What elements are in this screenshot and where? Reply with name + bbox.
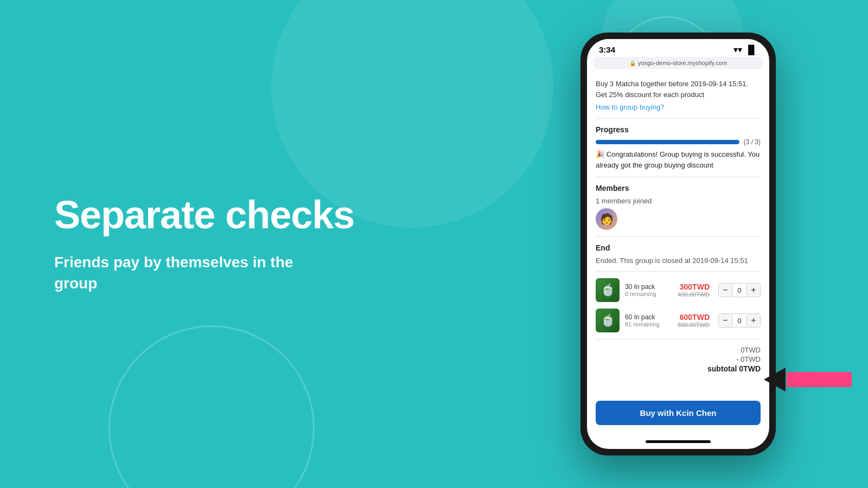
progress-title: Progress [596,125,761,134]
divider-1 [596,118,761,119]
left-content: Separate checks Friends pay by themselve… [54,194,354,294]
url-bar: 🔒 yosgo-demo-store.myshopify.com [593,57,763,69]
members-title: Members [596,184,761,192]
promo-link[interactable]: How to group buying? [596,103,664,111]
phone-screen: 3:34 ▾▾ ▐▌ 🔒 yosgo-demo-store.myshopify.… [587,39,769,449]
total-discount: - 0TWD [596,355,761,363]
bg-circle-2 [108,325,315,488]
qty-increase-2[interactable]: + [747,314,760,327]
product-price-block-1: 300TWD 400.00TWD [678,282,710,298]
content-area[interactable]: Buy 3 Matcha together before 2019-09-14 … [587,72,769,401]
progress-label: (3 / 3) [744,138,761,146]
main-title: Separate checks [54,194,354,236]
members-count: 1 members joined [596,197,761,205]
totals: 0TWD - 0TWD subtotal 0TWD [596,346,761,373]
end-title: End [596,243,761,252]
divider-3 [596,236,761,237]
product-remaining-1: 0 remaining [625,291,672,297]
total-subtotal: subtotal 0TWD [596,364,761,373]
qty-increase-1[interactable]: + [747,284,760,297]
price-original-2: 800.00TWD [678,322,710,328]
divider-5 [596,339,761,339]
qty-decrease-1[interactable]: − [719,284,732,297]
member-avatar: 🧑 [596,208,617,230]
qty-decrease-2[interactable]: − [719,314,732,327]
divider-4 [596,271,761,272]
progress-bar-container: (3 / 3) [596,138,761,146]
battery-icon: ▐▌ [745,45,757,55]
phone: 3:34 ▾▾ ▐▌ 🔒 yosgo-demo-store.myshopify.… [580,33,776,455]
phone-wrapper: 3:34 ▾▾ ▐▌ 🔒 yosgo-demo-store.myshopify.… [580,11,776,477]
progress-fill [596,140,739,144]
total-line: 0TWD [596,346,761,354]
qty-control-2[interactable]: − 0 + [718,313,761,328]
product-name-2: 60 In pack [625,313,672,321]
sub-title: Friends pay by themselves in the group [54,252,336,294]
product-thumb-1: 🍵 [596,278,620,302]
home-indicator [646,440,711,443]
divider-2 [596,177,761,177]
end-text: Ended. This group is closed at 2019-09-1… [596,256,761,265]
arrow-shaft [787,372,852,387]
price-current-1: 300TWD [678,282,710,291]
product-remaining-2: 81 remaining [625,321,672,328]
success-emoji: 🎉 [596,150,604,158]
url-text: yosgo-demo-store.myshopify.com [638,60,727,66]
lock-icon: 🔒 [629,60,636,66]
status-bar: 3:34 ▾▾ ▐▌ [587,39,769,57]
wifi-icon: ▾▾ [733,44,742,55]
progress-track [596,140,739,144]
success-msg: 🎉 Congratulations! Group buying is succe… [596,149,761,170]
product-thumb-2: 🍵 [596,309,620,332]
arrow-annotation [765,368,852,391]
avatar-emoji: 🧑 [600,213,614,226]
price-current-2: 600TWD [678,313,710,322]
qty-value-1: 0 [732,285,747,296]
product-name-1: 30 In pack [625,283,672,291]
product-row-2: 🍵 60 In pack 81 remaining 600TWD 800.00T… [596,309,761,332]
success-text: Congratulations! Group buying is success… [596,150,760,169]
qty-value-2: 0 [732,316,747,326]
product-info-2: 60 In pack 81 remaining [625,313,672,328]
status-time: 3:34 [599,45,615,54]
status-icons: ▾▾ ▐▌ [733,44,757,55]
arrow-head [764,368,786,391]
qty-control-1[interactable]: − 0 + [718,283,761,297]
buy-button[interactable]: Buy with Kcin Chen [596,401,761,425]
product-emoji-2: 🍵 [601,313,615,328]
product-price-block-2: 600TWD 800.00TWD [678,313,710,328]
product-row-1: 🍵 30 In pack 0 remaining 300TWD 400.00TW… [596,278,761,302]
product-info-1: 30 In pack 0 remaining [625,283,672,297]
price-original-1: 400.00TWD [678,291,710,298]
promo-text: Buy 3 Matcha together before 2019-09-14 … [596,79,761,100]
product-emoji-1: 🍵 [601,283,615,297]
home-bar [587,434,769,449]
